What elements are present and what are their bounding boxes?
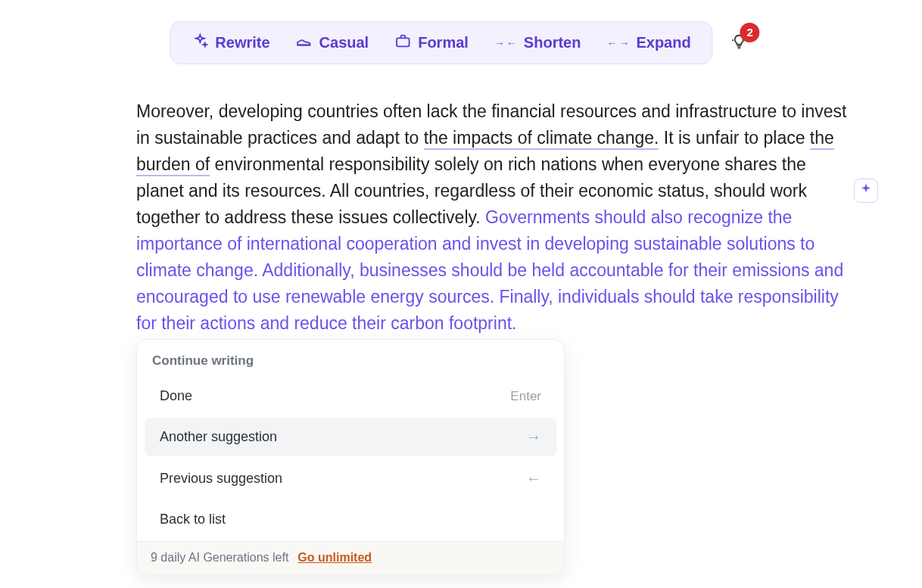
underlined-phrase-1[interactable]: the impacts of climate change. [424,128,659,150]
rewrite-button[interactable]: Rewrite [192,33,269,53]
previous-suggestion-label: Previous suggestion [160,471,282,487]
shoe-icon [296,33,313,53]
arrow-left-icon: ← [526,470,541,487]
back-to-list-option[interactable]: Back to list [145,501,556,538]
popup-footer: 9 daily AI Generations left Go unlimited [137,541,564,574]
popup-title: Continue writing [137,340,564,375]
formal-button[interactable]: Formal [394,33,469,53]
shorten-button[interactable]: →← Shorten [494,34,581,51]
done-option[interactable]: Done Enter [145,378,556,415]
casual-button[interactable]: Casual [296,33,369,53]
expand-label: Expand [636,34,690,51]
ai-toolbar-wrap: Rewrite Casual Formal →← Shorten ←→ Expa… [170,21,752,64]
notification-badge: 2 [740,23,760,42]
generations-left-text: 9 daily AI Generations left [151,551,288,565]
another-suggestion-option[interactable]: Another suggestion → [145,418,556,456]
suggestions-bulb-button[interactable]: 2 [727,30,752,56]
briefcase-icon [394,33,411,53]
formal-label: Formal [418,34,469,51]
arrow-right-icon: → [526,428,541,446]
ai-assistant-floating-button[interactable] [854,179,878,203]
done-label: Done [160,388,192,404]
another-suggestion-label: Another suggestion [160,429,277,445]
document-paragraph[interactable]: Moreover, developing countries often lac… [136,98,848,337]
sparkle-icon [859,182,873,199]
svg-rect-0 [397,38,410,46]
go-unlimited-link[interactable]: Go unlimited [297,551,372,565]
continue-writing-popup: Continue writing Done Enter Another sugg… [136,339,565,574]
back-to-list-label: Back to list [160,512,226,527]
arrows-in-icon: →← [494,38,517,48]
sparkle-icon [192,33,208,53]
ai-toolbar: Rewrite Casual Formal →← Shorten ←→ Expa… [170,21,712,64]
arrows-out-icon: ←→ [606,38,629,48]
shorten-label: Shorten [524,34,581,51]
paragraph-text-2: It is unfair to place [659,128,809,148]
rewrite-label: Rewrite [215,34,269,51]
expand-button[interactable]: ←→ Expand [606,34,690,51]
done-shortcut: Enter [510,389,541,404]
previous-suggestion-option[interactable]: Previous suggestion ← [145,459,556,498]
casual-label: Casual [319,34,369,51]
